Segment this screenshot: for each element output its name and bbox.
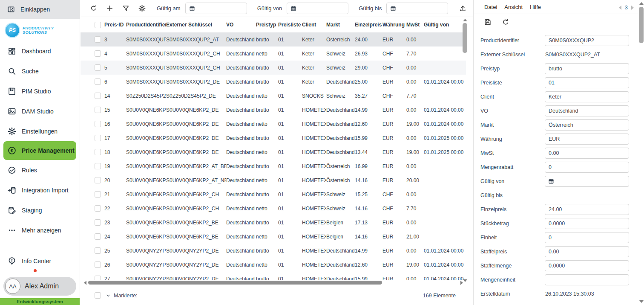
date-input-gültig-von[interactable] xyxy=(287,3,348,14)
field-input-markt[interactable] xyxy=(545,119,629,131)
table-row[interactable]: 20S0U0V0QNE6KP2S0U0V0QNE6KP2_AT_NETTODeu… xyxy=(80,173,466,187)
table-row[interactable]: 22S0U0V0QNE6KP2S0U0V0QNE6KP2_CHDeutschla… xyxy=(80,201,466,215)
field-input-staffelpreis[interactable] xyxy=(545,246,629,257)
table-row[interactable]: 18S0U0V0QNE6KP2S0U0V0QNE6KP2_DEDeutschla… xyxy=(80,145,466,159)
field-input-mengenrabatt[interactable] xyxy=(545,162,629,173)
table-row[interactable]: 21S0U0V0QNE6KP2S0U0V0QNE6KP2_CHDeutschla… xyxy=(80,187,466,201)
panel-scrollbar[interactable] xyxy=(639,1,644,304)
row-checkbox[interactable] xyxy=(95,149,101,155)
reload-icon[interactable] xyxy=(502,18,509,26)
column-header-vo[interactable]: VO xyxy=(226,22,256,28)
table-row[interactable]: 3S0M0S0XXXQUP2S0M0S0XXXQUP2_ATDeutschlan… xyxy=(80,32,466,46)
row-checkbox[interactable] xyxy=(95,261,101,268)
row-checkbox[interactable] xyxy=(95,276,101,280)
chevron-down-icon[interactable] xyxy=(105,293,111,299)
field-input-mengeneinheit[interactable] xyxy=(545,274,629,285)
panel-scroll-up-arrow[interactable] xyxy=(639,2,644,5)
table-row[interactable]: 19S0U0V0QNE6KP2S0U0V0QNE6KP2_AT_BRUTTODe… xyxy=(80,159,466,173)
sidebar-item-price-management[interactable]: €Price Management xyxy=(3,141,76,160)
refresh-icon[interactable] xyxy=(90,5,97,12)
row-checkbox[interactable] xyxy=(95,93,101,99)
row-checkbox[interactable] xyxy=(95,163,101,169)
row-checkbox[interactable] xyxy=(95,233,101,240)
sidebar-item-integration-import[interactable]: Integration Import xyxy=(0,180,80,200)
table-row[interactable]: 16S0U0V0QNE6KP2S0U0V0QNE6KP2_DEDeutschla… xyxy=(80,117,466,131)
field-input-mwst[interactable] xyxy=(545,148,629,159)
row-checkbox[interactable] xyxy=(95,191,101,198)
column-header-mwst[interactable]: MwSt xyxy=(406,22,424,28)
row-checkbox[interactable] xyxy=(95,135,101,141)
field-input-preisliste[interactable] xyxy=(545,77,629,88)
table-row[interactable]: 24S0U0V0QNE6KP2S0U0V0QNE6KP2_BEDeutschla… xyxy=(80,229,466,244)
column-header-währung[interactable]: Währung xyxy=(382,22,406,28)
sidebar-item-info-center[interactable]: Info Center xyxy=(0,251,80,271)
sidebar-item-staging[interactable]: Staging xyxy=(0,200,80,220)
column-header-preisliste[interactable]: Preisliste xyxy=(278,22,302,28)
calendar-icon[interactable] xyxy=(189,6,195,12)
row-checkbox[interactable] xyxy=(95,177,101,183)
table-row[interactable]: 5S0M0S0XXXQUP2S0M0S0XXXQUP2_CHDeutschlan… xyxy=(80,61,466,75)
row-checkbox[interactable] xyxy=(95,205,101,212)
next-record-icon[interactable] xyxy=(631,6,634,10)
table-row[interactable]: 27S0U0V0QNY2YP2S0U0V0QNY2YP2_DEDeutschla… xyxy=(80,272,466,280)
table-row[interactable]: 14S0Z250D2S45P2S0Z250D2S45P2_DEDeutschla… xyxy=(80,89,466,103)
column-header-preistyp[interactable]: Preistyp xyxy=(256,22,278,28)
calendar-icon[interactable] xyxy=(548,178,554,184)
table-row[interactable]: 6S0M0S0XXXQUP2S0M0S0XXXQUP2_DEDeutschlan… xyxy=(80,75,466,89)
field-input-staffelmenge[interactable] xyxy=(545,260,629,271)
filter-icon[interactable] xyxy=(122,5,129,12)
row-checkbox[interactable] xyxy=(95,36,101,43)
collapse-sidebar-button[interactable]: Einklappen xyxy=(0,0,80,19)
field-input-stückbetrag[interactable] xyxy=(545,218,629,229)
row-checkbox[interactable] xyxy=(95,247,101,254)
field-date-gültig-von[interactable] xyxy=(545,176,629,187)
column-header-productidentifier[interactable]: ProductIdentifier xyxy=(126,22,166,28)
row-checkbox[interactable] xyxy=(95,50,101,57)
row-checkbox[interactable] xyxy=(95,64,101,71)
sidebar-item-dam-studio[interactable]: DAM Studio xyxy=(0,101,80,121)
field-input-client[interactable] xyxy=(545,91,629,102)
menu-hilfe[interactable]: Hilfe xyxy=(530,4,541,10)
add-icon[interactable] xyxy=(106,5,113,12)
upload-icon[interactable] xyxy=(459,5,466,12)
horizontal-scroll-thumb[interactable] xyxy=(88,281,382,285)
panel-scroll-thumb[interactable] xyxy=(639,7,644,43)
table-row[interactable]: 15S0U0V0QNE6KP2S0U0V0QNE6KP2_DEDeutschla… xyxy=(80,103,466,117)
row-checkbox[interactable] xyxy=(95,107,101,113)
select-all-checkbox[interactable] xyxy=(95,22,101,28)
scroll-up-arrow[interactable] xyxy=(463,19,467,21)
column-header-externer-schlüssel[interactable]: Externer Schlüssel xyxy=(166,22,226,28)
field-input-productidentifier[interactable] xyxy=(545,35,629,46)
field-input-einheit[interactable] xyxy=(545,232,629,243)
date-input-gültig-bis[interactable] xyxy=(386,3,448,14)
panel-scroll-down-arrow[interactable] xyxy=(639,300,644,303)
sidebar-item-dashboard[interactable]: Dashboard xyxy=(0,41,80,61)
calendar-icon[interactable] xyxy=(290,6,296,12)
sidebar-item-rules[interactable]: Rules xyxy=(0,160,80,180)
row-checkbox[interactable] xyxy=(95,78,101,85)
save-icon[interactable] xyxy=(484,18,492,26)
sidebar-item-mehr-anzeigen[interactable]: Mehr anzeigen xyxy=(0,220,80,240)
date-input-gültig-am[interactable] xyxy=(185,3,247,14)
column-header-markt[interactable]: Markt xyxy=(326,22,355,28)
sidebar-item-einstellungen[interactable]: Einstellungen xyxy=(0,121,80,141)
scroll-down-arrow[interactable] xyxy=(463,279,467,282)
column-header-gültig-von[interactable]: Gültig von xyxy=(424,22,464,28)
footer-checkbox[interactable] xyxy=(95,292,101,299)
row-checkbox[interactable] xyxy=(95,219,101,226)
sidebar-item-suche[interactable]: Suche xyxy=(0,61,80,81)
field-input-preistyp[interactable] xyxy=(545,63,629,74)
previous-record-icon[interactable] xyxy=(619,6,621,10)
scroll-right-arrow[interactable] xyxy=(460,281,463,285)
table-row[interactable]: 25S0U0V0QNY2YP2S0U0V0QNY2YP2_DEDeutschla… xyxy=(80,244,466,258)
column-header-preis-id[interactable]: Preis-ID xyxy=(104,22,126,28)
table-horizontal-scrollbar[interactable] xyxy=(84,281,463,285)
settings-icon[interactable] xyxy=(138,5,146,12)
menu-ansicht[interactable]: Ansicht xyxy=(504,4,523,10)
field-input-vo[interactable] xyxy=(545,105,629,116)
vertical-scroll-thumb[interactable] xyxy=(463,23,467,53)
column-header-einzelpreis[interactable]: Einzelpreis xyxy=(355,22,382,28)
menu-datei[interactable]: Datei xyxy=(484,4,497,10)
table-row[interactable]: 23S0U0V0QNE6KP2S0U0V0QNE6KP2_BEDeutschla… xyxy=(80,215,466,229)
user-menu[interactable]: AA Alex Admin xyxy=(3,277,76,296)
